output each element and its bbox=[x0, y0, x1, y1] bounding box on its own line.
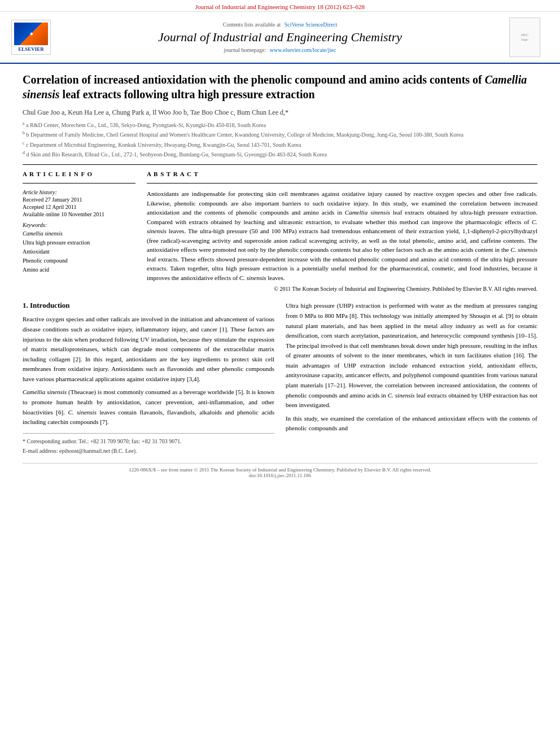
body-section: 1. Introduction Reactive oxygen species … bbox=[23, 301, 537, 456]
abstract-text: Antioxidants are indispensable for prote… bbox=[147, 189, 537, 282]
article-main: Correlation of increased antioxidation w… bbox=[0, 64, 560, 487]
keywords-list: Camellia sinensis Ultra high pressure ex… bbox=[23, 229, 135, 274]
article-info-heading: A R T I C L E I N F O bbox=[23, 171, 135, 177]
keyword-4: Phenolic compound bbox=[23, 256, 135, 265]
top-banner: Journal of Industrial and Engineering Ch… bbox=[0, 0, 560, 12]
article-title: Correlation of increased antioxidation w… bbox=[23, 72, 537, 102]
affiliations: a a R&D Center, Morechem Co., Ltd., 536,… bbox=[23, 120, 537, 159]
elsevier-logo: ◆ ELSEVIER bbox=[11, 20, 51, 55]
intro-para-1: Reactive oxygen species and other radica… bbox=[23, 314, 274, 384]
keyword-3: Antioxidant bbox=[23, 247, 135, 256]
authors: Chul Gue Joo a, Keun Ha Lee a, Chung Par… bbox=[23, 108, 537, 117]
journal-homepage: journal homepage: www.elsevier.com/locat… bbox=[51, 47, 509, 53]
history-label: Article history: bbox=[23, 189, 135, 195]
footnote-email: E-mail address: epihoost@hanmail.net (B.… bbox=[23, 447, 274, 455]
copyright-text: © 2011 The Korean Society of Industrial … bbox=[147, 286, 537, 292]
elsevier-label: ELSEVIER bbox=[14, 46, 48, 52]
homepage-link[interactable]: www.elsevier.com/locate/jiec bbox=[270, 47, 336, 53]
bottom-bar: 1226-086X/$ – see front matter © 2011 Th… bbox=[23, 463, 537, 478]
header-center: Contents lists available at SciVerse Sci… bbox=[51, 21, 509, 53]
available-date: Available online 10 November 2011 bbox=[23, 211, 135, 217]
issn-line: 1226-086X/$ – see front matter © 2011 Th… bbox=[23, 467, 537, 473]
affiliation-d: d d Skin and Bio Research, Ellead Co., L… bbox=[23, 150, 537, 159]
intro-heading: 1. Introduction bbox=[23, 301, 274, 310]
doi-line: doi:10.1016/j.jiec.2011.11.106 bbox=[23, 473, 537, 478]
abstract-divider bbox=[147, 183, 537, 184]
title-italic: Camellia sinensis bbox=[23, 73, 527, 101]
keywords-label: Keywords: bbox=[23, 222, 135, 228]
contents-text: Contents lists available at bbox=[223, 21, 281, 28]
keyword-2: Ultra high pressure extraction bbox=[23, 238, 135, 247]
header-left: ◆ ELSEVIER bbox=[11, 20, 51, 55]
right-para-2: In this study, we examined the correlati… bbox=[286, 414, 537, 434]
article-info-panel: A R T I C L E I N F O Article history: R… bbox=[23, 171, 135, 292]
intro-para-2: Camellia sinensis (Theaceae) is most com… bbox=[23, 387, 274, 427]
body-col-left: 1. Introduction Reactive oxygen species … bbox=[23, 301, 274, 456]
header-right: JIEClogo bbox=[509, 18, 543, 57]
contents-line: Contents lists available at SciVerse Sci… bbox=[51, 21, 509, 28]
article-info-abstract: A R T I C L E I N F O Article history: R… bbox=[23, 171, 537, 292]
affiliation-b: b b Department of Family Medicine, Cheil… bbox=[23, 130, 537, 139]
sciverse-link[interactable]: SciVerse ScienceDirect bbox=[285, 21, 338, 28]
footnote-corresponding: * Corresponding author. Tel.: +82 31 709… bbox=[23, 437, 274, 445]
affiliation-c: c c Department of Microbial Engineering,… bbox=[23, 140, 537, 149]
journal-title: Journal of Industrial and Engineering Ch… bbox=[51, 30, 509, 45]
abstract-heading: A B S T R A C T bbox=[147, 171, 537, 177]
accepted-date: Accepted 12 April 2011 bbox=[23, 204, 135, 210]
header-divider bbox=[23, 164, 537, 165]
authors-text: Chul Gue Joo a, Keun Ha Lee a, Chung Par… bbox=[23, 108, 288, 116]
keyword-5: Amino acid bbox=[23, 265, 135, 274]
right-para-1: Ultra high pressure (UHP) extraction is … bbox=[286, 301, 537, 410]
info-divider bbox=[23, 183, 135, 184]
keyword-1: Camellia sinensis bbox=[23, 229, 135, 238]
affiliation-a: a a R&D Center, Morechem Co., Ltd., 536,… bbox=[23, 120, 537, 129]
body-col-right: Ultra high pressure (UHP) extraction is … bbox=[286, 301, 537, 456]
journal-header: ◆ ELSEVIER Contents lists available at S… bbox=[0, 12, 560, 64]
received-date: Received 27 January 2011 bbox=[23, 196, 135, 203]
journal-logo: JIEClogo bbox=[509, 18, 540, 57]
footnote-section: * Corresponding author. Tel.: +82 31 709… bbox=[23, 433, 274, 455]
abstract-panel: A B S T R A C T Antioxidants are indispe… bbox=[147, 171, 537, 292]
elsevier-image: ◆ bbox=[14, 23, 48, 45]
journal-citation: Journal of Industrial and Engineering Ch… bbox=[195, 3, 365, 10]
body-two-column: 1. Introduction Reactive oxygen species … bbox=[23, 301, 537, 456]
